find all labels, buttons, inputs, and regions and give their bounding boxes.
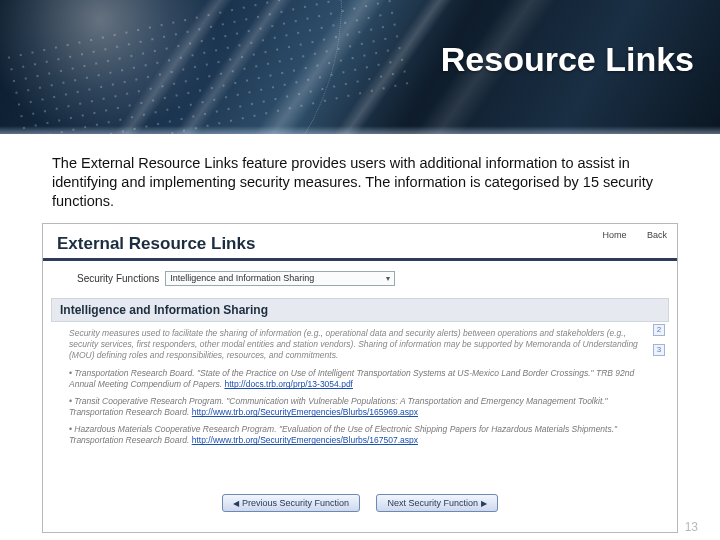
nav-buttons: ◀ Previous Security Function Next Securi… xyxy=(43,492,677,512)
chevron-down-icon: ▾ xyxy=(386,274,390,283)
banner-ray xyxy=(173,0,293,134)
chevron-right-icon: ▶ xyxy=(481,499,487,508)
section-description: Security measures used to facilitate the… xyxy=(69,328,639,362)
banner-ray xyxy=(113,0,233,134)
prev-security-function-button[interactable]: ◀ Previous Security Function xyxy=(222,494,360,512)
banner-glow xyxy=(0,126,720,134)
external-links-panel: Home Back External Resource Links Securi… xyxy=(42,223,678,533)
page-number: 13 xyxy=(685,520,698,534)
resource-item: • Hazardous Materials Cooperative Resear… xyxy=(69,424,639,447)
security-function-dropdown[interactable]: Intelligence and Information Sharing ▾ xyxy=(165,271,395,286)
section-subheading: Intelligence and Information Sharing xyxy=(51,298,669,322)
header-banner: Resource Links xyxy=(0,0,720,134)
home-link[interactable]: Home xyxy=(602,230,626,240)
resource-item: • Transit Cooperative Research Program. … xyxy=(69,396,639,419)
filter-label: Security Functions xyxy=(77,273,159,284)
resource-item: • Transportation Research Board. "State … xyxy=(69,368,639,391)
slide-title: Resource Links xyxy=(441,40,694,79)
top-nav: Home Back xyxy=(584,230,667,240)
back-link[interactable]: Back xyxy=(647,230,667,240)
prev-label: Previous Security Function xyxy=(242,498,349,508)
filter-row: Security Functions Intelligence and Info… xyxy=(43,261,677,290)
content-area: Security measures used to facilitate the… xyxy=(43,322,677,447)
chevron-left-icon: ◀ xyxy=(233,499,239,508)
page-indicator-top[interactable]: 2 xyxy=(653,324,665,336)
next-label: Next Security Function xyxy=(387,498,478,508)
resource-link[interactable]: http://www.trb.org/SecurityEmergencies/B… xyxy=(192,435,418,445)
intro-text: The External Resource Links feature prov… xyxy=(0,134,720,221)
resource-link[interactable]: http://docs.trb.org/prp/13-3054.pdf xyxy=(224,379,353,389)
page-indicator-bottom[interactable]: 3 xyxy=(653,344,665,356)
resource-link[interactable]: http://www.trb.org/SecurityEmergencies/B… xyxy=(192,407,418,417)
panel-heading: External Resource Links xyxy=(43,224,677,261)
dropdown-value: Intelligence and Information Sharing xyxy=(170,273,314,283)
next-security-function-button[interactable]: Next Security Function ▶ xyxy=(376,494,497,512)
